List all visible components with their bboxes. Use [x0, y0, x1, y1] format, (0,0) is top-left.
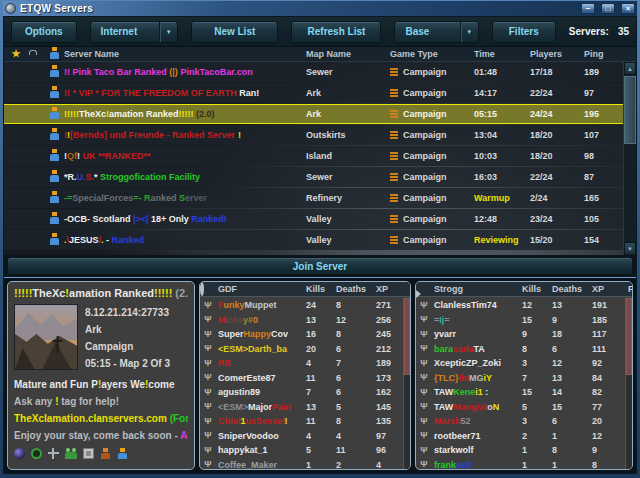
- game-type-icon: [390, 173, 398, 182]
- column-map-name[interactable]: Map Name: [306, 49, 390, 59]
- server-map: Ark: [306, 88, 390, 98]
- column-ping[interactable]: Ping: [584, 49, 623, 59]
- player-row[interactable]: Ψhappykat_15119697: [200, 443, 403, 458]
- player-row[interactable]: ΨSuperHappyCov16824543: [200, 327, 403, 342]
- player-row[interactable]: Ψstarkwolf18976: [416, 443, 625, 458]
- player-deaths: 4: [336, 431, 376, 441]
- gdf-scrollbar-thumb[interactable]: [404, 298, 410, 375]
- strogg-scrollbar[interactable]: [625, 298, 632, 469]
- column-players[interactable]: Players: [530, 49, 584, 59]
- filters-button[interactable]: Filters: [492, 21, 556, 43]
- server-row[interactable]: -=SpecialForces=- Ranked ServerRefineryC…: [4, 188, 623, 208]
- player-row[interactable]: ΨComerEste8711617390: [200, 371, 403, 386]
- server-ping: 105: [584, 214, 623, 224]
- squad-icon: [65, 452, 77, 459]
- player-row[interactable]: Ψ=Ij=15918554: [416, 313, 625, 328]
- mode-dropdown[interactable]: Base ▼: [394, 21, 478, 43]
- player-row[interactable]: Ψ<ESM>Darth_ba20621252: [200, 342, 403, 357]
- panel-icon: [83, 448, 94, 459]
- player-deaths: 12: [552, 358, 592, 368]
- player-name: SniperVoodoo: [216, 431, 306, 441]
- gdf-scrollbar[interactable]: [403, 298, 410, 469]
- player-row[interactable]: ΨFunkyMuppet248271150: [200, 298, 403, 313]
- server-row[interactable]: !! Pink Taco Bar Ranked (|) PinkTacoBar.…: [4, 62, 623, 82]
- server-row[interactable]: -OCB- Scotland |><| 18+ Only Ranked!Vall…: [4, 209, 623, 229]
- player-kills: 7: [306, 387, 336, 397]
- player-row[interactable]: ΨbaracadaTA8611156: [416, 342, 625, 357]
- column-game-type[interactable]: Game Type: [390, 49, 474, 59]
- player-xp: 8: [592, 460, 628, 470]
- strogg-column-ping[interactable]: Ping: [628, 284, 633, 294]
- player-rank-icon: Ψ: [416, 460, 432, 469]
- player-rank-icon: Ψ: [416, 315, 432, 324]
- chevron-down-icon[interactable]: ▼: [460, 22, 478, 42]
- server-row[interactable]: .\JESUS/. - RankedValleyCampaignReviewin…: [4, 230, 623, 250]
- column-server-name[interactable]: Server Name: [64, 49, 306, 59]
- player-row[interactable]: ΨRB4718956: [200, 356, 403, 371]
- gdf-column-kills[interactable]: Kills: [306, 284, 336, 294]
- players-column-person-icon[interactable]: [50, 47, 59, 59]
- player-row[interactable]: Ψ{TLC}IbiMGiY71384142: [416, 371, 625, 386]
- server-map: Island: [306, 151, 390, 161]
- maximize-button[interactable]: □: [601, 3, 615, 14]
- player-row[interactable]: Ψyvarr91811757: [416, 327, 625, 342]
- column-time[interactable]: Time: [474, 49, 530, 59]
- server-row[interactable]: !Qf! UK **RANKED**IslandCampaign10:0318/…: [4, 146, 623, 166]
- server-row[interactable]: !! * VIP * FOR THE FREEDOM OF EARTH Ran!…: [4, 83, 623, 103]
- close-button[interactable]: ×: [621, 3, 635, 14]
- player-xp: 9: [592, 445, 628, 455]
- server-row[interactable]: !!!!!TheXc!amation Ranked!!!!! (2.0)ArkC…: [4, 104, 623, 124]
- new-list-button[interactable]: New List: [191, 21, 278, 43]
- player-row[interactable]: ΨMickey#0131225662: [200, 313, 403, 328]
- options-button[interactable]: Options: [11, 21, 77, 43]
- player-rank-icon: Ψ: [416, 301, 432, 310]
- map-thumbnail: [14, 304, 78, 370]
- ranked-person-icon: [50, 170, 59, 182]
- gdf-column-deaths[interactable]: Deaths: [336, 284, 376, 294]
- game-type-icon: [390, 194, 398, 203]
- minimize-button[interactable]: −: [581, 3, 595, 14]
- server-time: Warmup: [474, 193, 530, 203]
- player-row[interactable]: ΨTAWMangiatoN5157748: [416, 400, 625, 415]
- player-kills: 5: [306, 445, 336, 455]
- player-row[interactable]: Ψfrankastl118156: [416, 458, 625, 471]
- player-row[interactable]: Ψrootbeer71211248: [416, 429, 625, 444]
- server-list-scrollbar[interactable]: ▲ ▼: [623, 62, 636, 255]
- player-rank-icon: Ψ: [416, 373, 432, 382]
- scroll-up-icon[interactable]: ▲: [624, 62, 636, 75]
- player-row[interactable]: Ψagustin897616276: [200, 385, 403, 400]
- join-server-button[interactable]: Join Server: [7, 257, 633, 275]
- titlebar[interactable]: ETQW Servers − □ ×: [3, 1, 637, 16]
- player-row[interactable]: ΨTAWKenei1 :15148254: [416, 385, 625, 400]
- sphere-icon: [14, 448, 25, 459]
- player-row[interactable]: ΨMarsh523620108: [416, 414, 625, 429]
- scrollbar-thumb[interactable]: [624, 76, 636, 144]
- player-xp: 92: [592, 358, 628, 368]
- source-dropdown[interactable]: Internet ▼: [90, 21, 179, 43]
- gdf-column-xp[interactable]: XP: [376, 284, 411, 294]
- player-deaths: 1: [552, 460, 592, 470]
- player-row[interactable]: Ψ<ESM>MajorPain13514590: [200, 400, 403, 415]
- player-row[interactable]: ΨChtel1usSessel!118135108: [200, 414, 403, 429]
- player-row[interactable]: ΨCoffee_Maker124179: [200, 458, 403, 471]
- player-deaths: 9: [552, 315, 592, 325]
- strogg-scrollbar-thumb[interactable]: [626, 298, 632, 375]
- strogg-column-kills[interactable]: Kills: [522, 284, 552, 294]
- player-row[interactable]: ΨSniperVoodoo449796: [200, 429, 403, 444]
- server-game-type: Campaign: [390, 130, 474, 140]
- motd-line: TheXclamation.clanservers.com (For: [14, 410, 188, 427]
- server-name: !! Pink Taco Bar Ranked (|) PinkTacoBar.…: [64, 67, 306, 77]
- server-map: Refinery: [306, 193, 390, 203]
- strogg-column-xp[interactable]: XP: [592, 284, 628, 294]
- scroll-down-icon[interactable]: ▼: [624, 242, 636, 255]
- server-row[interactable]: !![Bernds] und Freunde - Ranked Server!!…: [4, 125, 623, 145]
- favorites-column-star-icon[interactable]: ★: [4, 49, 28, 59]
- chevron-down-icon[interactable]: ▼: [159, 22, 177, 42]
- player-row[interactable]: ΨXcepticZP_Zoki31292392: [416, 356, 625, 371]
- server-row[interactable]: *R.U.S.* Stroggofication FacilitySewerCa…: [4, 167, 623, 187]
- player-row[interactable]: ΨClanlessTim741213191141: [416, 298, 625, 313]
- refresh-list-button[interactable]: Refresh List: [291, 21, 381, 43]
- player-kills: 5: [522, 402, 552, 412]
- game-type-icon: [390, 236, 398, 245]
- strogg-column-deaths[interactable]: Deaths: [552, 284, 592, 294]
